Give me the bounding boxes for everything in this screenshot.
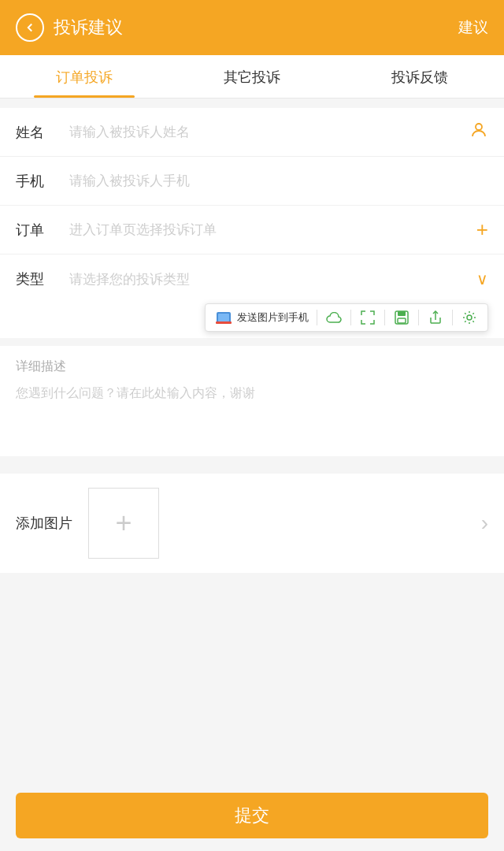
send-to-phone-btn[interactable]: 发送图片到手机 xyxy=(215,309,309,326)
type-label: 类型 xyxy=(16,269,57,288)
settings-icon[interactable] xyxy=(461,309,478,326)
svg-rect-3 xyxy=(216,321,232,324)
send-label: 发送图片到手机 xyxy=(237,310,309,325)
name-row: 姓名 请输入被投诉人姓名 xyxy=(0,108,504,157)
phone-row: 手机 请输入被投诉人手机 xyxy=(0,157,504,206)
user-icon xyxy=(469,121,488,144)
svg-rect-6 xyxy=(398,318,406,323)
svg-point-8 xyxy=(467,315,472,320)
phone-label: 手机 xyxy=(16,172,57,191)
tab-other-complaint[interactable]: 其它投诉 xyxy=(168,55,335,98)
image-add-button[interactable]: + xyxy=(88,488,159,559)
type-placeholder: 请选择您的投诉类型 xyxy=(69,270,476,288)
desc-label: 详细描述 xyxy=(16,359,488,375)
submit-button[interactable]: 提交 xyxy=(16,793,488,838)
toolbar-divider-1 xyxy=(317,310,317,325)
tab-bar: 订单投诉 其它投诉 投诉反馈 xyxy=(0,55,504,98)
toolbar-divider-2 xyxy=(350,310,351,325)
bottom-spacer xyxy=(0,573,504,652)
cloud-icon[interactable] xyxy=(325,309,343,326)
order-row: 订单 进入订单页选择投诉订单 + xyxy=(0,206,504,255)
name-placeholder: 请输入被投诉人姓名 xyxy=(69,123,469,141)
name-input-area[interactable]: 请输入被投诉人姓名 xyxy=(69,121,488,144)
separator-2 xyxy=(0,456,504,464)
tab-feedback[interactable]: 投诉反馈 xyxy=(336,55,504,98)
image-label: 添加图片 xyxy=(16,514,72,533)
name-label: 姓名 xyxy=(16,123,57,142)
share-icon[interactable] xyxy=(427,309,444,326)
save-icon[interactable] xyxy=(393,309,410,326)
back-button[interactable] xyxy=(16,13,44,42)
tab-order-complaint[interactable]: 订单投诉 xyxy=(0,55,168,98)
toolbar-bar: 发送图片到手机 xyxy=(205,303,488,332)
desc-placeholder: 您遇到什么问题？请在此处输入内容，谢谢 xyxy=(16,383,488,403)
expand-icon[interactable] xyxy=(359,309,376,326)
svg-point-0 xyxy=(476,124,482,130)
phone-placeholder: 请输入被投诉人手机 xyxy=(69,172,488,190)
svg-rect-5 xyxy=(398,311,406,316)
type-row: 类型 请选择您的投诉类型 ∨ xyxy=(0,255,504,303)
header-left: 投诉建议 xyxy=(16,13,123,42)
type-input-area[interactable]: 请选择您的投诉类型 ∨ xyxy=(69,269,488,288)
toolbar-divider-4 xyxy=(418,310,419,325)
description-section[interactable]: 详细描述 您遇到什么问题？请在此处输入内容，谢谢 xyxy=(0,346,504,456)
toolbar-wrapper: 发送图片到手机 xyxy=(0,303,504,338)
header-right-label[interactable]: 建议 xyxy=(458,17,488,38)
order-placeholder: 进入订单页选择投诉订单 xyxy=(69,221,476,239)
order-input-area[interactable]: 进入订单页选择投诉订单 + xyxy=(69,217,488,242)
chevron-down-icon: ∨ xyxy=(476,269,488,288)
svg-rect-2 xyxy=(218,314,229,321)
page-title: 投诉建议 xyxy=(54,16,123,39)
toolbar-divider-3 xyxy=(384,310,385,325)
send-photo-icon xyxy=(215,309,232,326)
order-label: 订单 xyxy=(16,221,57,240)
form-section: 姓名 请输入被投诉人姓名 手机 请输入被投诉人手机 订单 进入订单页选择投诉订单… xyxy=(0,108,504,338)
image-section: 添加图片 + › xyxy=(0,474,504,573)
toolbar-divider-5 xyxy=(452,310,453,325)
submit-area: 提交 xyxy=(0,780,504,851)
plus-icon[interactable]: + xyxy=(476,217,488,242)
plus-icon: + xyxy=(115,509,132,537)
separator-1 xyxy=(0,338,504,346)
header: 投诉建议 建议 xyxy=(0,0,504,55)
phone-input-area[interactable]: 请输入被投诉人手机 xyxy=(69,172,488,190)
image-chevron-icon[interactable]: › xyxy=(481,511,488,536)
